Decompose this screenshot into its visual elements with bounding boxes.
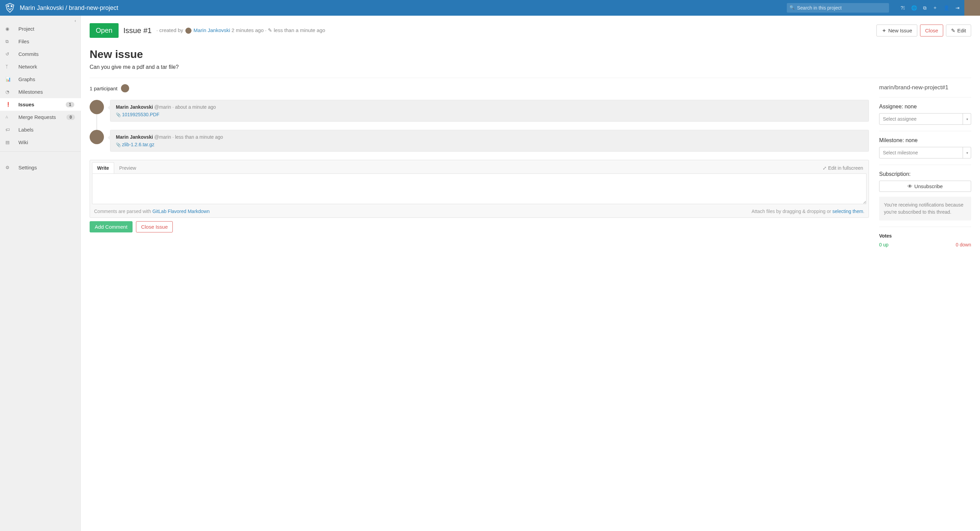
note-avatar[interactable]	[90, 100, 104, 114]
signout-icon[interactable]: ⇥	[956, 5, 959, 11]
globe-icon[interactable]: 🌐	[911, 5, 917, 11]
fork-icon: ᛉ	[5, 64, 18, 69]
merge-icon: ⑃	[5, 115, 18, 120]
clock-icon: ◔	[5, 89, 18, 94]
note: Marin Jankovski @marin · about a minute …	[90, 100, 869, 122]
help-icon[interactable]: ?⃝	[900, 5, 905, 11]
votes-up: 0 up	[879, 242, 888, 247]
sidebar-item-milestones[interactable]: ◔Milestones	[0, 86, 80, 98]
project-breadcrumb[interactable]: Marin Jankovski / brand-new-project	[20, 5, 787, 11]
issue-header: Open Issue #1 · created by Marin Jankovs…	[90, 23, 971, 38]
main-content: Open Issue #1 · created by Marin Jankovs…	[81, 16, 980, 531]
preview-tab[interactable]: Preview	[114, 162, 142, 174]
files-icon: ⧉	[5, 39, 18, 44]
unsubscribe-button[interactable]: 👁 Unsubscribe	[879, 181, 971, 192]
sidebar-item-project[interactable]: ◉Project	[0, 22, 80, 35]
fullscreen-link[interactable]: ⤢ Edit in fullscreen	[821, 163, 865, 174]
author-avatar	[185, 28, 191, 34]
write-tab[interactable]: Write	[92, 162, 114, 174]
paperclip-icon: 📎	[116, 112, 121, 117]
header-actions: ＋New Issue Close ✎ Edit	[877, 24, 971, 37]
new-issue-button[interactable]: ＋New Issue	[877, 24, 917, 37]
exclamation-icon: ❗	[5, 102, 18, 107]
search-icon: 🔍	[789, 5, 795, 10]
note-time: · less than a minute ago	[172, 134, 223, 140]
issue-description: Can you give me a pdf and a tar file?	[90, 64, 971, 70]
markdown-link[interactable]: GitLab Flavored Markdown	[152, 209, 210, 214]
paperclip-icon: 📎	[116, 142, 121, 147]
sidebar-item-wiki[interactable]: ▤Wiki	[0, 136, 80, 148]
sidebar-item-graphs[interactable]: 📊Graphs	[0, 73, 80, 86]
note-handle: @marin	[154, 134, 171, 140]
history-icon: ↺	[5, 51, 18, 57]
user-avatar[interactable]	[964, 0, 980, 16]
issue-title: New issue	[90, 48, 971, 61]
edit-button[interactable]: ✎ Edit	[946, 24, 971, 37]
badge: 1	[66, 102, 74, 107]
sidebar-item-network[interactable]: ᛉNetwork	[0, 60, 80, 73]
note-author: Marin Jankovski	[116, 104, 153, 110]
participant-avatar[interactable]	[121, 84, 129, 92]
issue-id: Issue #1	[123, 26, 152, 35]
note-author: Marin Jankovski	[116, 134, 153, 140]
issue-meta: · created by Marin Jankovski 2 minutes a…	[156, 27, 325, 34]
badge: 0	[67, 115, 75, 120]
note: Marin Jankovski @marin · less than a min…	[90, 130, 869, 151]
chart-icon: 📊	[5, 77, 18, 82]
close-button[interactable]: Close	[920, 24, 943, 37]
search-box: 🔍	[787, 3, 889, 13]
attachment-link[interactable]: 1019925530.PDF	[122, 112, 159, 117]
eye-icon: 👁	[907, 183, 913, 189]
sidebar-item-merge-requests[interactable]: ⑃Merge Requests0	[0, 111, 80, 123]
votes-down: 0 down	[956, 242, 971, 247]
markdown-hint: Comments are parsed with GitLab Flavored…	[94, 209, 210, 214]
milestone-select[interactable]: Select milestone	[879, 147, 971, 158]
status-badge: Open	[90, 23, 119, 38]
plus-icon[interactable]: ＋	[932, 5, 937, 11]
search-input[interactable]	[787, 3, 889, 13]
svg-point-0	[8, 5, 8, 6]
copy-icon[interactable]: ⧉	[923, 5, 926, 11]
tags-icon: 🏷	[5, 127, 18, 132]
note-handle: @marin	[154, 104, 171, 110]
note-avatar[interactable]	[90, 130, 104, 144]
svg-point-1	[11, 5, 12, 6]
add-comment-button[interactable]: Add Comment	[90, 221, 132, 233]
sidebar: ‹ ◉Project⧉Files↺CommitsᛉNetwork📊Graphs◔…	[0, 16, 81, 531]
votes-label: Votes	[879, 233, 971, 239]
close-issue-button[interactable]: Close Issue	[136, 221, 173, 233]
dashboard-icon: ◉	[5, 26, 18, 31]
top-navbar: Marin Jankovski / brand-new-project 🔍 ?⃝…	[0, 0, 980, 16]
subscription-notice: You're receiving notifications because y…	[879, 197, 971, 220]
note-time: · about a minute ago	[172, 104, 216, 110]
attachment-link[interactable]: zlib-1.2.6.tar.gz	[122, 142, 154, 147]
collapse-sidebar-icon[interactable]: ‹	[70, 16, 80, 26]
sidebar-item-issues[interactable]: ❗Issues1	[0, 98, 81, 111]
attach-hint: Attach files by dragging & dropping or s…	[751, 209, 864, 214]
author-link[interactable]: Marin Jankovski	[194, 27, 230, 33]
issue-reference: marin/brand-new-project#1	[879, 84, 971, 91]
book-icon: ▤	[5, 140, 18, 145]
assignee-select[interactable]: Select assignee	[879, 113, 971, 125]
comment-textarea[interactable]	[92, 174, 867, 204]
attach-link[interactable]: selecting them	[832, 209, 863, 214]
gitlab-logo[interactable]	[0, 0, 20, 16]
issue-sidebar: marin/brand-new-project#1 Assignee: none…	[879, 84, 971, 254]
header-icons: ?⃝ 🌐 ⧉ ＋ 👤 ⇥	[896, 5, 964, 11]
comment-box: Write Preview ⤢ Edit in fullscreen Comme…	[90, 160, 869, 218]
user-icon[interactable]: 👤	[943, 5, 949, 11]
gear-icon: ⚙	[5, 165, 18, 170]
sidebar-item-settings[interactable]: ⚙ Settings	[0, 161, 80, 174]
participants: 1 participant	[90, 84, 869, 92]
sidebar-item-files[interactable]: ⧉Files	[0, 35, 80, 48]
sidebar-item-labels[interactable]: 🏷Labels	[0, 123, 80, 136]
sidebar-item-commits[interactable]: ↺Commits	[0, 48, 80, 60]
